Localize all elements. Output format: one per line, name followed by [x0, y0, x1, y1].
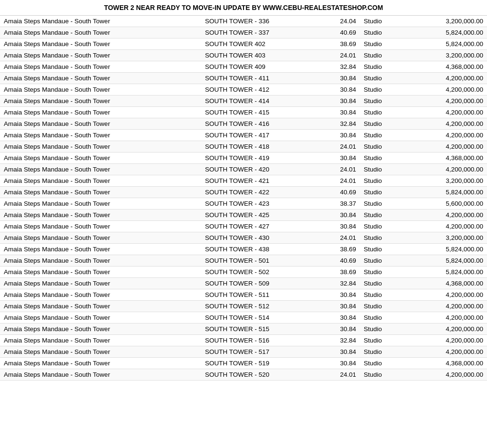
- cell-price: 4,368,000.00: [413, 61, 487, 73]
- cell-area: 30.84: [318, 312, 360, 324]
- cell-price: 4,200,000.00: [413, 335, 487, 346]
- cell-type: Studio: [360, 107, 413, 118]
- cell-area: 30.84: [318, 107, 360, 118]
- cell-unit: SOUTH TOWER - 501: [201, 255, 318, 267]
- table-row: Amaia Steps Mandaue - South TowerSOUTH T…: [0, 118, 487, 130]
- table-row: Amaia Steps Mandaue - South TowerSOUTH T…: [0, 61, 487, 73]
- cell-price: 4,200,000.00: [413, 289, 487, 301]
- cell-price: 4,200,000.00: [413, 369, 487, 381]
- cell-type: Studio: [360, 278, 413, 289]
- cell-type: Studio: [360, 210, 413, 221]
- cell-price: 5,824,000.00: [413, 267, 487, 278]
- cell-type: Studio: [360, 255, 413, 267]
- cell-type: Studio: [360, 198, 413, 210]
- cell-area: 24.01: [318, 164, 360, 175]
- cell-area: 24.01: [318, 232, 360, 244]
- cell-type: Studio: [360, 73, 413, 84]
- cell-area: 30.84: [318, 346, 360, 358]
- cell-property-name: Amaia Steps Mandaue - South Tower: [0, 289, 201, 301]
- cell-type: Studio: [360, 61, 413, 73]
- cell-price: 4,368,000.00: [413, 278, 487, 289]
- cell-unit: SOUTH TOWER - 514: [201, 312, 318, 324]
- table-row: Amaia Steps Mandaue - South TowerSOUTH T…: [0, 38, 487, 50]
- table-row: Amaia Steps Mandaue - South TowerSOUTH T…: [0, 232, 487, 244]
- cell-unit: SOUTH TOWER - 427: [201, 221, 318, 232]
- cell-unit: SOUTH TOWER - 336: [201, 16, 318, 27]
- cell-type: Studio: [360, 130, 413, 141]
- cell-type: Studio: [360, 118, 413, 130]
- cell-property-name: Amaia Steps Mandaue - South Tower: [0, 187, 201, 198]
- cell-unit: SOUTH TOWER - 430: [201, 232, 318, 244]
- cell-price: 4,200,000.00: [413, 221, 487, 232]
- cell-area: 30.84: [318, 289, 360, 301]
- cell-property-name: Amaia Steps Mandaue - South Tower: [0, 38, 201, 50]
- table-row: Amaia Steps Mandaue - South TowerSOUTH T…: [0, 289, 487, 301]
- table-row: Amaia Steps Mandaue - South TowerSOUTH T…: [0, 50, 487, 61]
- page-title: TOWER 2 NEAR READY TO MOVE-IN UPDATE BY …: [0, 0, 487, 16]
- cell-type: Studio: [360, 301, 413, 312]
- cell-unit: SOUTH TOWER - 412: [201, 84, 318, 95]
- table-row: Amaia Steps Mandaue - South TowerSOUTH T…: [0, 255, 487, 267]
- cell-type: Studio: [360, 16, 413, 27]
- cell-area: 30.84: [318, 210, 360, 221]
- cell-unit: SOUTH TOWER - 502: [201, 267, 318, 278]
- cell-type: Studio: [360, 312, 413, 324]
- table-row: Amaia Steps Mandaue - South TowerSOUTH T…: [0, 16, 487, 27]
- cell-type: Studio: [360, 175, 413, 187]
- cell-property-name: Amaia Steps Mandaue - South Tower: [0, 278, 201, 289]
- cell-price: 4,200,000.00: [413, 346, 487, 358]
- cell-type: Studio: [360, 324, 413, 335]
- cell-property-name: Amaia Steps Mandaue - South Tower: [0, 369, 201, 381]
- listings-table: Amaia Steps Mandaue - South TowerSOUTH T…: [0, 16, 487, 381]
- cell-unit: SOUTH TOWER - 416: [201, 118, 318, 130]
- cell-area: 32.84: [318, 278, 360, 289]
- cell-unit: SOUTH TOWER 402: [201, 38, 318, 50]
- cell-property-name: Amaia Steps Mandaue - South Tower: [0, 141, 201, 153]
- cell-property-name: Amaia Steps Mandaue - South Tower: [0, 50, 201, 61]
- table-row: Amaia Steps Mandaue - South TowerSOUTH T…: [0, 244, 487, 255]
- cell-price: 5,824,000.00: [413, 38, 487, 50]
- cell-price: 5,600,000.00: [413, 198, 487, 210]
- cell-unit: SOUTH TOWER - 509: [201, 278, 318, 289]
- table-row: Amaia Steps Mandaue - South TowerSOUTH T…: [0, 221, 487, 232]
- cell-property-name: Amaia Steps Mandaue - South Tower: [0, 312, 201, 324]
- table-row: Amaia Steps Mandaue - South TowerSOUTH T…: [0, 73, 487, 84]
- cell-property-name: Amaia Steps Mandaue - South Tower: [0, 130, 201, 141]
- cell-property-name: Amaia Steps Mandaue - South Tower: [0, 335, 201, 346]
- cell-type: Studio: [360, 267, 413, 278]
- table-row: Amaia Steps Mandaue - South TowerSOUTH T…: [0, 130, 487, 141]
- cell-type: Studio: [360, 369, 413, 381]
- cell-property-name: Amaia Steps Mandaue - South Tower: [0, 175, 201, 187]
- cell-type: Studio: [360, 244, 413, 255]
- cell-unit: SOUTH TOWER - 421: [201, 175, 318, 187]
- cell-price: 3,200,000.00: [413, 16, 487, 27]
- cell-property-name: Amaia Steps Mandaue - South Tower: [0, 221, 201, 232]
- cell-type: Studio: [360, 289, 413, 301]
- cell-price: 4,200,000.00: [413, 84, 487, 95]
- table-row: Amaia Steps Mandaue - South TowerSOUTH T…: [0, 278, 487, 289]
- cell-property-name: Amaia Steps Mandaue - South Tower: [0, 27, 201, 38]
- cell-property-name: Amaia Steps Mandaue - South Tower: [0, 16, 201, 27]
- cell-area: 32.84: [318, 335, 360, 346]
- cell-property-name: Amaia Steps Mandaue - South Tower: [0, 346, 201, 358]
- cell-unit: SOUTH TOWER - 422: [201, 187, 318, 198]
- table-row: Amaia Steps Mandaue - South TowerSOUTH T…: [0, 267, 487, 278]
- cell-area: 30.84: [318, 358, 360, 369]
- cell-type: Studio: [360, 27, 413, 38]
- table-row: Amaia Steps Mandaue - South TowerSOUTH T…: [0, 141, 487, 153]
- cell-area: 30.84: [318, 95, 360, 107]
- cell-unit: SOUTH TOWER - 419: [201, 153, 318, 164]
- cell-area: 38.69: [318, 38, 360, 50]
- cell-property-name: Amaia Steps Mandaue - South Tower: [0, 84, 201, 95]
- cell-price: 5,824,000.00: [413, 244, 487, 255]
- cell-property-name: Amaia Steps Mandaue - South Tower: [0, 301, 201, 312]
- cell-unit: SOUTH TOWER - 415: [201, 107, 318, 118]
- cell-unit: SOUTH TOWER 409: [201, 61, 318, 73]
- cell-property-name: Amaia Steps Mandaue - South Tower: [0, 198, 201, 210]
- table-row: Amaia Steps Mandaue - South TowerSOUTH T…: [0, 84, 487, 95]
- table-row: Amaia Steps Mandaue - South TowerSOUTH T…: [0, 164, 487, 175]
- cell-area: 24.01: [318, 175, 360, 187]
- table-row: Amaia Steps Mandaue - South TowerSOUTH T…: [0, 301, 487, 312]
- cell-unit: SOUTH TOWER - 512: [201, 301, 318, 312]
- cell-property-name: Amaia Steps Mandaue - South Tower: [0, 244, 201, 255]
